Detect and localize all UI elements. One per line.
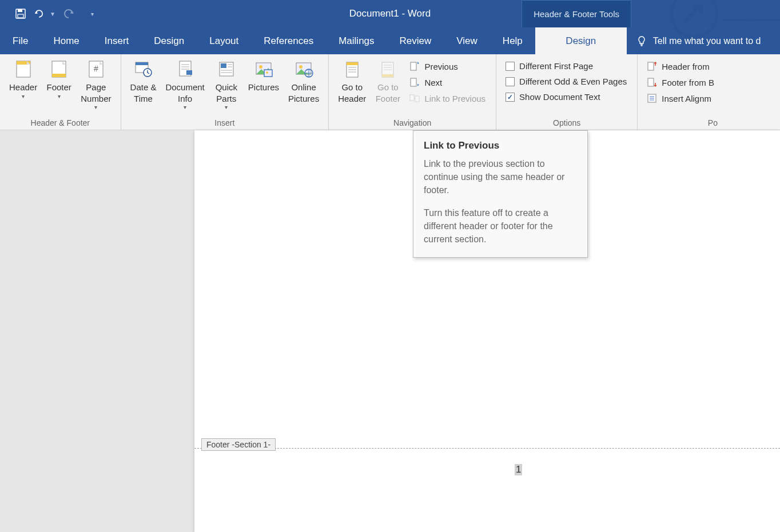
tab-view[interactable]: View bbox=[444, 27, 490, 54]
go-to-header-button[interactable]: Go to Header bbox=[333, 57, 371, 106]
undo-icon[interactable] bbox=[34, 7, 46, 20]
group-label-options: Options bbox=[501, 116, 632, 130]
tab-home[interactable]: Home bbox=[41, 27, 91, 54]
svg-rect-41 bbox=[382, 74, 393, 77]
link-to-previous-button: Link to Previous bbox=[407, 92, 488, 105]
checkbox-icon bbox=[506, 62, 515, 71]
ribbon: Header ▾ Footer ▾ # Page Number ▾ Header… bbox=[0, 54, 780, 130]
page-number-button[interactable]: # Page Number ▾ bbox=[76, 57, 116, 113]
tab-references[interactable]: References bbox=[251, 27, 326, 54]
next-button[interactable]: Next bbox=[407, 76, 488, 89]
quick-parts-button[interactable]: Quick Parts ▾ bbox=[209, 57, 244, 113]
previous-icon bbox=[409, 61, 420, 71]
tab-help[interactable]: Help bbox=[490, 27, 535, 54]
checkbox-icon bbox=[506, 77, 515, 86]
lightbulb-icon bbox=[636, 35, 647, 47]
tooltip-body: Link to the previous section to continue… bbox=[424, 157, 577, 246]
link-previous-icon bbox=[409, 93, 420, 103]
group-options: Different First Page Different Odd & Eve… bbox=[496, 54, 638, 130]
online-pictures-button[interactable]: Online Pictures bbox=[284, 57, 324, 106]
different-first-page-checkbox[interactable]: Different First Page bbox=[503, 60, 629, 72]
next-icon bbox=[409, 77, 420, 87]
tab-hf-design[interactable]: Design bbox=[535, 27, 627, 54]
date-time-button[interactable]: Date & Time bbox=[126, 57, 161, 106]
svg-rect-30 bbox=[264, 70, 272, 77]
svg-rect-11 bbox=[52, 74, 66, 77]
redo-icon[interactable] bbox=[62, 7, 75, 20]
checkbox-checked-icon bbox=[506, 93, 515, 102]
svg-rect-15 bbox=[136, 62, 148, 65]
quick-access-toolbar: ▼ ▾ bbox=[0, 7, 94, 20]
page-number-field[interactable]: 1 bbox=[515, 464, 522, 475]
tab-design[interactable]: Design bbox=[141, 27, 197, 54]
svg-rect-48 bbox=[415, 96, 419, 102]
svg-rect-23 bbox=[221, 63, 226, 68]
svg-rect-2 bbox=[18, 14, 23, 18]
svg-rect-1 bbox=[18, 9, 22, 12]
watermark-graphic bbox=[648, 0, 780, 57]
document-info-button[interactable]: Document Info ▾ bbox=[161, 57, 209, 113]
footer-section-tag: Footer -Section 1- bbox=[201, 438, 276, 451]
alignment-tab-icon bbox=[647, 93, 657, 103]
group-header-footer: Header ▾ Footer ▾ # Page Number ▾ Header… bbox=[0, 54, 121, 130]
group-position: Header from Footer from B Insert Alignm … bbox=[638, 54, 725, 130]
group-navigation: Go to Header Go to Footer Previous Next … bbox=[329, 54, 496, 130]
header-from-top-icon bbox=[647, 61, 657, 71]
contextual-tab-header-footer: Header & Footer Tools bbox=[522, 0, 631, 27]
footer-from-bottom-icon bbox=[647, 77, 657, 87]
footer-button[interactable]: Footer ▾ bbox=[42, 57, 76, 102]
svg-text:#: # bbox=[94, 64, 98, 73]
tab-layout[interactable]: Layout bbox=[197, 27, 251, 54]
tab-insert[interactable]: Insert bbox=[92, 27, 142, 54]
tooltip-link-to-previous: Link to Previous Link to the previous se… bbox=[413, 130, 588, 258]
undo-dropdown-caret[interactable]: ▼ bbox=[50, 11, 55, 17]
group-label-insert: Insert bbox=[126, 116, 324, 130]
svg-point-29 bbox=[259, 65, 262, 69]
footer-boundary-line bbox=[194, 448, 780, 449]
svg-rect-47 bbox=[410, 95, 414, 101]
svg-point-31 bbox=[266, 71, 268, 74]
svg-point-33 bbox=[299, 65, 303, 69]
group-label-navigation: Navigation bbox=[333, 116, 491, 130]
show-document-text-checkbox[interactable]: Show Document Text bbox=[503, 91, 629, 103]
svg-rect-36 bbox=[347, 62, 358, 65]
document-area: Footer -Section 1- 1 bbox=[0, 130, 780, 532]
svg-rect-51 bbox=[648, 78, 654, 86]
tab-file[interactable]: File bbox=[0, 27, 41, 54]
different-odd-even-checkbox[interactable]: Different Odd & Even Pages bbox=[503, 75, 629, 87]
qat-customize-caret[interactable]: ▾ bbox=[91, 11, 94, 17]
svg-rect-50 bbox=[648, 62, 654, 70]
pictures-button[interactable]: Pictures bbox=[244, 57, 284, 95]
save-icon[interactable] bbox=[14, 7, 27, 20]
header-button[interactable]: Header ▾ bbox=[5, 57, 42, 102]
tab-mailings[interactable]: Mailings bbox=[326, 27, 387, 54]
insert-alignment-tab-button[interactable]: Insert Alignm bbox=[644, 92, 717, 105]
title-bar: ▼ ▾ Document1 - Word Header & Footer Too… bbox=[0, 0, 780, 27]
window-title: Document1 - Word bbox=[349, 8, 431, 19]
svg-rect-45 bbox=[411, 62, 416, 70]
header-from-top-button[interactable]: Header from bbox=[644, 60, 717, 73]
footer-from-bottom-button[interactable]: Footer from B bbox=[644, 76, 717, 89]
svg-rect-21 bbox=[186, 70, 192, 75]
tab-review[interactable]: Review bbox=[387, 27, 444, 54]
svg-rect-46 bbox=[411, 78, 416, 86]
go-to-footer-button: Go to Footer bbox=[371, 57, 405, 106]
tooltip-title: Link to Previous bbox=[424, 140, 577, 151]
group-insert: Date & Time Document Info ▾ Quick Parts … bbox=[121, 54, 329, 130]
group-label-position: Po bbox=[642, 116, 720, 130]
previous-button[interactable]: Previous bbox=[407, 60, 488, 73]
group-label-hf: Header & Footer bbox=[5, 116, 116, 130]
